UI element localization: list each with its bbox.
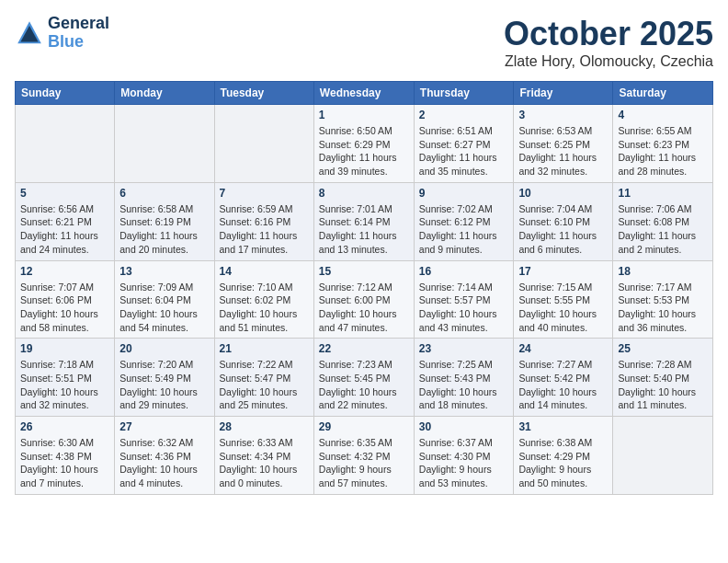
day-info: Sunrise: 6:38 AMSunset: 4:29 PMDaylight:… — [518, 436, 608, 490]
day-info: Sunrise: 7:10 AMSunset: 6:02 PMDaylight:… — [220, 281, 309, 335]
day-of-week-header: Monday — [115, 82, 214, 105]
day-info: Sunrise: 7:27 AMSunset: 5:42 PMDaylight:… — [518, 358, 608, 412]
day-number: 15 — [319, 265, 409, 278]
day-number: 9 — [419, 187, 509, 200]
day-info: Sunrise: 6:33 AMSunset: 4:34 PMDaylight:… — [220, 436, 309, 490]
day-number: 19 — [20, 342, 109, 355]
calendar-cell: 28Sunrise: 6:33 AMSunset: 4:34 PMDayligh… — [214, 417, 313, 495]
day-info: Sunrise: 7:04 AMSunset: 6:10 PMDaylight:… — [518, 202, 608, 257]
day-number: 20 — [119, 342, 209, 355]
day-info: Sunrise: 6:59 AMSunset: 6:16 PMDaylight:… — [220, 202, 309, 257]
calendar-cell: 21Sunrise: 7:22 AMSunset: 5:47 PMDayligh… — [214, 339, 313, 417]
calendar-cell: 14Sunrise: 7:10 AMSunset: 6:02 PMDayligh… — [214, 260, 313, 339]
day-number: 14 — [220, 265, 309, 278]
day-of-week-header: Thursday — [414, 82, 514, 105]
calendar-cell: 31Sunrise: 6:38 AMSunset: 4:29 PMDayligh… — [514, 417, 613, 495]
day-info: Sunrise: 7:09 AMSunset: 6:04 PMDaylight:… — [119, 281, 209, 335]
day-info: Sunrise: 7:12 AMSunset: 6:00 PMDaylight:… — [319, 281, 409, 335]
calendar-table: SundayMondayTuesdayWednesdayThursdayFrid… — [15, 81, 713, 495]
day-number: 31 — [518, 420, 608, 433]
calendar-cell: 24Sunrise: 7:27 AMSunset: 5:42 PMDayligh… — [514, 339, 613, 417]
calendar-cell: 5Sunrise: 6:56 AMSunset: 6:21 PMDaylight… — [16, 182, 115, 260]
day-number: 26 — [20, 420, 109, 433]
day-info: Sunrise: 7:25 AMSunset: 5:43 PMDaylight:… — [419, 358, 509, 412]
day-info: Sunrise: 6:30 AMSunset: 4:38 PMDaylight:… — [20, 436, 109, 490]
calendar-cell — [613, 417, 713, 495]
logo-icon — [15, 18, 44, 48]
calendar-cell: 11Sunrise: 7:06 AMSunset: 6:08 PMDayligh… — [613, 182, 713, 260]
day-info: Sunrise: 7:07 AMSunset: 6:06 PMDaylight:… — [20, 281, 109, 335]
page-header: General Blue October 2025 Zlate Hory, Ol… — [15, 15, 713, 70]
calendar-cell: 16Sunrise: 7:14 AMSunset: 5:57 PMDayligh… — [414, 260, 514, 339]
day-info: Sunrise: 7:01 AMSunset: 6:14 PMDaylight:… — [319, 202, 409, 257]
day-info: Sunrise: 6:58 AMSunset: 6:19 PMDaylight:… — [119, 202, 209, 257]
calendar-cell: 2Sunrise: 6:51 AMSunset: 6:27 PMDaylight… — [414, 105, 514, 183]
day-number: 3 — [518, 109, 608, 121]
calendar-cell: 26Sunrise: 6:30 AMSunset: 4:38 PMDayligh… — [16, 417, 115, 495]
day-number: 23 — [419, 342, 509, 355]
day-number: 8 — [319, 187, 409, 200]
calendar-cell: 7Sunrise: 6:59 AMSunset: 6:16 PMDaylight… — [214, 182, 313, 260]
day-number: 4 — [618, 109, 708, 121]
day-number: 10 — [518, 187, 608, 200]
day-info: Sunrise: 6:56 AMSunset: 6:21 PMDaylight:… — [20, 202, 109, 257]
calendar-cell: 12Sunrise: 7:07 AMSunset: 6:06 PMDayligh… — [16, 260, 115, 339]
day-number: 25 — [618, 342, 708, 355]
day-of-week-header: Wednesday — [313, 82, 414, 105]
calendar-cell: 9Sunrise: 7:02 AMSunset: 6:12 PMDaylight… — [414, 182, 514, 260]
day-number: 13 — [119, 265, 209, 278]
day-info: Sunrise: 7:14 AMSunset: 5:57 PMDaylight:… — [419, 281, 509, 335]
day-info: Sunrise: 7:15 AMSunset: 5:55 PMDaylight:… — [518, 281, 608, 335]
day-info: Sunrise: 6:55 AMSunset: 6:23 PMDaylight:… — [618, 124, 708, 178]
day-number: 11 — [618, 187, 708, 200]
calendar-cell — [16, 105, 115, 183]
subtitle: Zlate Hory, Olomoucky, Czechia — [504, 53, 713, 70]
day-number: 17 — [518, 265, 608, 278]
day-info: Sunrise: 6:35 AMSunset: 4:32 PMDaylight:… — [319, 436, 409, 490]
month-title: October 2025 — [504, 15, 713, 53]
day-info: Sunrise: 7:18 AMSunset: 5:51 PMDaylight:… — [20, 358, 109, 412]
calendar-cell: 17Sunrise: 7:15 AMSunset: 5:55 PMDayligh… — [514, 260, 613, 339]
day-info: Sunrise: 7:23 AMSunset: 5:45 PMDaylight:… — [319, 358, 409, 412]
calendar-cell: 22Sunrise: 7:23 AMSunset: 5:45 PMDayligh… — [313, 339, 414, 417]
title-area: October 2025 Zlate Hory, Olomoucky, Czec… — [504, 15, 713, 70]
day-number: 30 — [419, 420, 509, 433]
day-info: Sunrise: 7:17 AMSunset: 5:53 PMDaylight:… — [618, 281, 708, 335]
day-number: 1 — [319, 109, 409, 121]
calendar-cell: 4Sunrise: 6:55 AMSunset: 6:23 PMDaylight… — [613, 105, 713, 183]
day-number: 7 — [220, 187, 309, 200]
calendar-cell: 8Sunrise: 7:01 AMSunset: 6:14 PMDaylight… — [313, 182, 414, 260]
day-of-week-header: Tuesday — [214, 82, 313, 105]
day-info: Sunrise: 6:51 AMSunset: 6:27 PMDaylight:… — [419, 124, 509, 178]
calendar-cell: 1Sunrise: 6:50 AMSunset: 6:29 PMDaylight… — [313, 105, 414, 183]
calendar-cell: 20Sunrise: 7:20 AMSunset: 5:49 PMDayligh… — [115, 339, 214, 417]
calendar-cell: 3Sunrise: 6:53 AMSunset: 6:25 PMDaylight… — [514, 105, 613, 183]
day-number: 2 — [419, 109, 509, 121]
day-info: Sunrise: 7:20 AMSunset: 5:49 PMDaylight:… — [119, 358, 209, 412]
day-of-week-header: Sunday — [16, 82, 115, 105]
logo: General Blue — [15, 15, 109, 52]
calendar-cell: 19Sunrise: 7:18 AMSunset: 5:51 PMDayligh… — [16, 339, 115, 417]
day-number: 5 — [20, 187, 109, 200]
day-number: 21 — [220, 342, 309, 355]
calendar-cell: 18Sunrise: 7:17 AMSunset: 5:53 PMDayligh… — [613, 260, 713, 339]
day-number: 12 — [20, 265, 109, 278]
day-of-week-header: Saturday — [613, 82, 713, 105]
calendar-cell: 15Sunrise: 7:12 AMSunset: 6:00 PMDayligh… — [313, 260, 414, 339]
day-number: 24 — [518, 342, 608, 355]
day-number: 22 — [319, 342, 409, 355]
day-number: 27 — [119, 420, 209, 433]
day-of-week-header: Friday — [514, 82, 613, 105]
day-info: Sunrise: 6:53 AMSunset: 6:25 PMDaylight:… — [518, 124, 608, 178]
day-number: 18 — [618, 265, 708, 278]
day-info: Sunrise: 7:22 AMSunset: 5:47 PMDaylight:… — [220, 358, 309, 412]
calendar-cell: 23Sunrise: 7:25 AMSunset: 5:43 PMDayligh… — [414, 339, 514, 417]
day-info: Sunrise: 7:06 AMSunset: 6:08 PMDaylight:… — [618, 202, 708, 257]
calendar-cell — [115, 105, 214, 183]
day-info: Sunrise: 7:02 AMSunset: 6:12 PMDaylight:… — [419, 202, 509, 257]
day-info: Sunrise: 6:32 AMSunset: 4:36 PMDaylight:… — [119, 436, 209, 490]
day-info: Sunrise: 6:50 AMSunset: 6:29 PMDaylight:… — [319, 124, 409, 178]
calendar-cell — [214, 105, 313, 183]
day-info: Sunrise: 7:28 AMSunset: 5:40 PMDaylight:… — [618, 358, 708, 412]
calendar-cell: 27Sunrise: 6:32 AMSunset: 4:36 PMDayligh… — [115, 417, 214, 495]
